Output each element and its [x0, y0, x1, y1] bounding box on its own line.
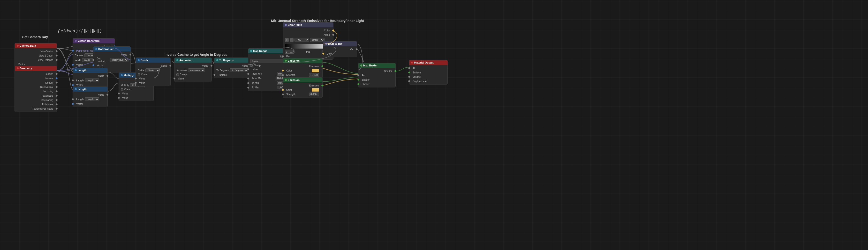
len2-value-socket[interactable] — [106, 94, 108, 96]
vt-point-input-socket[interactable] — [72, 50, 74, 52]
dp-dropdown[interactable]: Dot Product — [110, 58, 128, 62]
math-formula: ( c \dot n ) / ( ||c|| ||n|| ) — [58, 29, 101, 34]
geometry-backfacing-socket[interactable] — [56, 99, 58, 101]
mult-value1-socket[interactable] — [118, 93, 120, 95]
mult-clamp-checkbox[interactable] — [121, 88, 123, 91]
cr-add-button[interactable]: + — [285, 38, 289, 42]
geometry-position-socket[interactable] — [56, 73, 58, 75]
cr-fac-input-socket[interactable] — [282, 55, 284, 57]
acos-value-socket[interactable] — [211, 65, 213, 67]
geometry-randperisle-socket[interactable] — [56, 108, 58, 110]
acos-value-input-socket[interactable] — [174, 77, 176, 79]
maprange-clamp-checkbox[interactable] — [250, 64, 253, 67]
em1-color-row: Color — [283, 68, 322, 73]
rtbw-val-row: Val — [323, 47, 357, 51]
mult-value2-socket[interactable] — [118, 97, 120, 99]
acos-dropdown[interactable]: Arccosine — [188, 68, 205, 72]
cr-remove-button[interactable]: − — [290, 38, 293, 42]
vector-transform-header: Vector Transform — [73, 38, 115, 43]
len1-value-socket[interactable] — [106, 75, 108, 77]
colorramp-dot — [285, 24, 287, 26]
len1-length-socket[interactable] — [72, 79, 74, 81]
vector-transform-dot — [75, 40, 77, 42]
mo-surface-socket[interactable] — [408, 71, 410, 73]
maprange-tomin-socket[interactable] — [247, 82, 249, 84]
div-value-socket[interactable] — [169, 65, 171, 67]
camera-data-view-distance-socket[interactable] — [56, 59, 58, 61]
mxs-shader1-socket[interactable] — [358, 79, 359, 81]
len2-vector-socket[interactable] — [72, 103, 74, 105]
dot-product-dot — [95, 48, 97, 50]
em1-color-swatch[interactable] — [312, 69, 319, 72]
em2-strength-socket[interactable] — [282, 94, 284, 96]
emission2-node: Emission Emission Color Strength 8.000 — [283, 77, 322, 98]
mo-all-row: All — [409, 66, 447, 70]
mxs-fac-socket[interactable] — [358, 74, 359, 76]
len1-vector-socket[interactable] — [72, 84, 74, 86]
maprange-tomax-socket[interactable] — [247, 87, 249, 88]
dp-value-socket[interactable] — [129, 53, 131, 56]
em1-color-socket[interactable] — [282, 70, 284, 71]
em2-color-swatch[interactable] — [312, 88, 319, 92]
geometry-randperisle-row: Random Per Island — [15, 107, 57, 111]
acos-arccosine-row: Arccosine Arccosine — [175, 68, 212, 73]
mxs-shader-socket[interactable] — [395, 70, 396, 72]
camera-data-view-vector-socket[interactable] — [56, 50, 58, 52]
div-value1-socket[interactable] — [135, 77, 137, 79]
em2-strength-value: 8.000 — [309, 93, 319, 96]
todeg-radians-socket[interactable] — [213, 74, 215, 76]
geometry-normal-socket[interactable] — [56, 77, 58, 79]
arccosine-header: Arccosine — [175, 58, 212, 63]
rtbw-val-socket[interactable] — [356, 48, 358, 50]
rgb-to-bw-node: RGB to BW Val Color — [323, 41, 357, 57]
em1-emission-socket[interactable] — [321, 65, 323, 67]
div-clamp-checkbox[interactable] — [138, 73, 140, 76]
dp-dotproduct-input-socket[interactable] — [92, 59, 94, 61]
maprange-value-socket[interactable] — [247, 68, 249, 70]
vt-vector-input-socket[interactable] — [72, 64, 74, 66]
div-dropdown[interactable]: Divide — [146, 68, 160, 72]
div-divide-row: Divide Divide — [136, 68, 170, 73]
acos-clamp-checkbox[interactable] — [177, 73, 179, 76]
em2-color-socket[interactable] — [282, 89, 284, 91]
len2-length-socket[interactable] — [72, 98, 74, 100]
len2-dropdown[interactable]: Length — [85, 97, 99, 101]
geometry-truenormal-socket[interactable] — [56, 86, 58, 88]
len1-length-row: Length Length — [73, 78, 107, 83]
geometry-incoming-socket[interactable] — [56, 90, 58, 92]
geometry-pointiness-socket[interactable] — [56, 103, 58, 105]
em2-emission-row: Emission — [283, 83, 322, 88]
geometry-tangent-socket[interactable] — [56, 82, 58, 83]
dp-vector1-socket[interactable] — [92, 64, 94, 66]
mxs-shader2-socket[interactable] — [358, 83, 359, 85]
camera-data-view-zdepth-socket[interactable] — [56, 55, 58, 57]
em2-emission-socket[interactable] — [321, 84, 323, 86]
geometry-parametric-socket[interactable] — [56, 95, 58, 97]
multiply-dot — [121, 74, 123, 76]
camera-data-view-vector-row: View Vector — [15, 49, 57, 53]
geometry-node: Geometry Position Normal Tangent True No… — [14, 66, 57, 112]
mult-value1-row: Value — [119, 91, 153, 96]
todeg-dropdown[interactable]: To Degrees — [230, 68, 248, 72]
len1-dropdown[interactable]: Length — [85, 78, 99, 82]
geometry-title: Geometry — [20, 67, 32, 70]
material-output-node: Material Output All Surface Volume Displ… — [409, 60, 448, 84]
rtbw-color-input-socket[interactable] — [322, 52, 324, 55]
cr-linear-dropdown[interactable]: Linear — [310, 38, 324, 42]
cr-rgb-dropdown[interactable]: RGB — [294, 38, 309, 42]
dp-dotproduct-input-row: Dot Product Dot Product — [93, 57, 130, 63]
mo-all-socket[interactable] — [408, 67, 410, 69]
cr-color-socket[interactable] — [332, 30, 334, 31]
mo-volume-socket[interactable] — [408, 76, 410, 78]
divide-title: Divide — [141, 59, 149, 62]
to-degrees-header: To Degrees — [214, 58, 251, 63]
em1-strength-socket[interactable] — [282, 74, 284, 76]
maprange-frommin-socket[interactable] — [247, 73, 249, 75]
mo-displacement-socket[interactable] — [408, 80, 410, 82]
maprange-frommax-socket[interactable] — [247, 77, 249, 79]
div-value2-socket[interactable] — [135, 82, 137, 84]
length1-title: Length — [78, 69, 87, 72]
mo-surface-row: Surface — [409, 70, 447, 75]
camera-data-title: Camera Data — [20, 44, 36, 47]
cr-alpha-socket[interactable] — [332, 34, 334, 36]
